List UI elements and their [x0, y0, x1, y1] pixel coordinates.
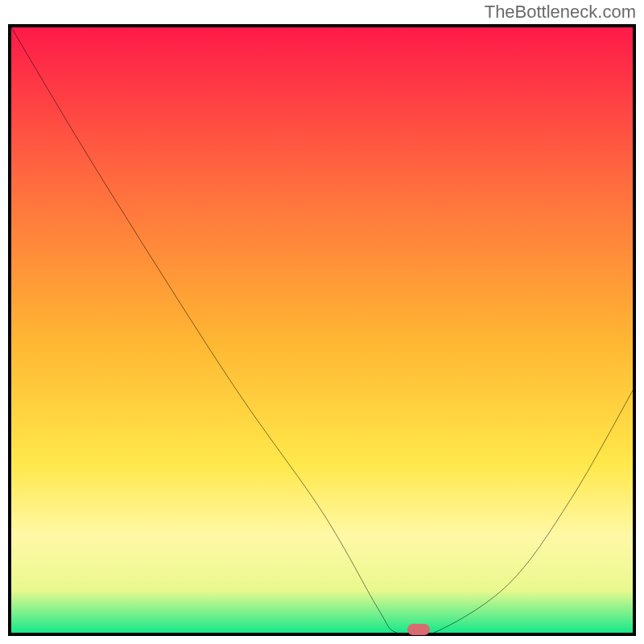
plot-frame: [8, 24, 636, 636]
plot-area: [11, 27, 633, 633]
chart-container: TheBottleneck.com: [0, 0, 644, 644]
optimal-point-marker: [407, 624, 430, 635]
watermark-text: TheBottleneck.com: [485, 2, 636, 23]
bottleneck-curve: [11, 27, 633, 633]
